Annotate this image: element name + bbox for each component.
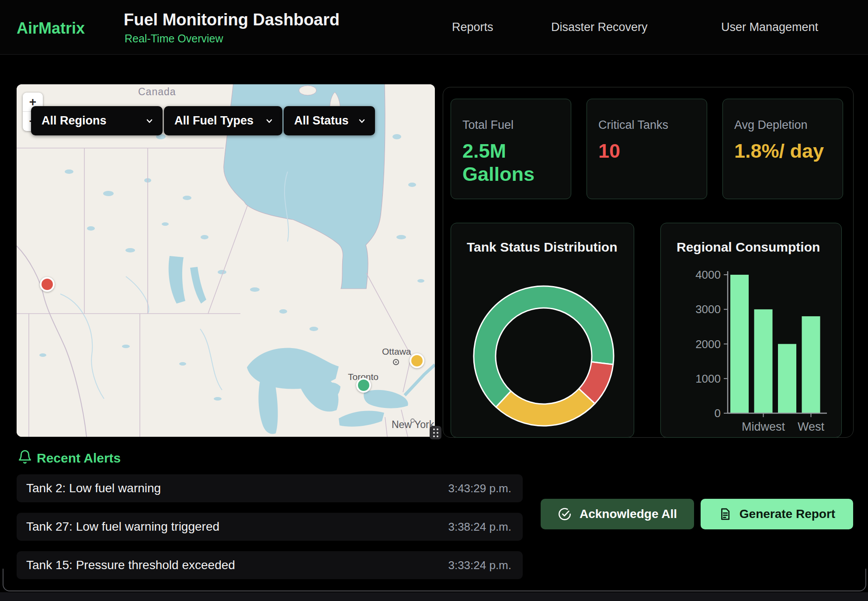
- tank-status-card: Tank Status Distribution: [451, 223, 634, 438]
- map-marker-critical[interactable]: [40, 277, 55, 292]
- map-marker-warning[interactable]: [410, 353, 424, 368]
- stat-value-total-fuel: 2.5M Gallons: [462, 140, 556, 186]
- app-header: AirMatrix Fuel Monitoring Dashboard Real…: [0, 0, 868, 55]
- map-canvas: [17, 84, 435, 437]
- regional-consumption-card: Regional Consumption 01000200030004000Mi…: [660, 223, 842, 438]
- bar-Midwest[interactable]: [754, 309, 773, 413]
- alert-time: 3:38:24 p.m.: [448, 520, 511, 534]
- stat-card-total-fuel: Total Fuel 2.5M Gallons: [451, 99, 571, 199]
- bar-chart-ytick: 3000: [695, 303, 721, 316]
- nav-user-management[interactable]: User Management: [721, 21, 818, 34]
- bar-chart-ytick: 1000: [695, 372, 721, 385]
- tank-status-donut: [451, 223, 635, 438]
- bar-West[interactable]: [802, 316, 820, 413]
- check-circle-icon: [558, 507, 572, 521]
- brand-logo: AirMatrix: [17, 19, 85, 38]
- bar-region-1[interactable]: [730, 275, 749, 413]
- nav-reports[interactable]: Reports: [452, 21, 493, 34]
- chevron-down-icon: [265, 117, 274, 125]
- bar-chart-ytick: 2000: [695, 338, 721, 351]
- alert-row: Tank 2: Low fuel warning 3:43:29 p.m.: [17, 474, 523, 502]
- status-filter-value: All Status: [294, 114, 349, 128]
- map-marker-normal[interactable]: [356, 378, 371, 393]
- window-frame-edge: [3, 569, 866, 591]
- map-resize-handle[interactable]: [430, 426, 441, 439]
- chevron-down-icon: [145, 117, 154, 125]
- chevron-down-icon: [358, 117, 366, 125]
- stat-label: Critical Tanks: [598, 118, 695, 132]
- page-title: Fuel Monitoring Dashboard: [124, 10, 340, 29]
- bar-chart-xlabel: Midwest: [742, 420, 785, 433]
- report-file-icon: [719, 508, 732, 521]
- map-panel[interactable]: Canada Ottawa Toronto New York + − All R…: [17, 84, 435, 437]
- alert-time: 3:43:29 p.m.: [448, 482, 511, 495]
- status-filter-dropdown[interactable]: All Status: [284, 106, 375, 135]
- stat-value-avg-depletion: 1.8%/ day: [734, 140, 828, 163]
- stat-label: Total Fuel: [462, 118, 559, 132]
- stat-label: Avg Depletion: [734, 118, 831, 132]
- generate-report-button[interactable]: Generate Report: [701, 499, 853, 529]
- bar-chart-ytick: 4000: [695, 268, 721, 281]
- alerts-heading: Recent Alerts: [37, 451, 121, 466]
- regional-consumption-chart: 01000200030004000MidwestWest: [661, 223, 842, 438]
- region-filter-dropdown[interactable]: All Regions: [31, 106, 163, 135]
- bell-icon: [17, 449, 32, 465]
- bar-chart-ytick: 0: [715, 407, 721, 420]
- acknowledge-all-button[interactable]: Acknowledge All: [541, 499, 694, 529]
- generate-report-label: Generate Report: [740, 507, 835, 521]
- fuel-type-filter-value: All Fuel Types: [174, 114, 253, 128]
- alert-row: Tank 27: Low fuel warning triggered 3:38…: [17, 513, 523, 541]
- bar-region-3[interactable]: [778, 344, 796, 414]
- bottom-bar: [0, 592, 868, 601]
- stat-card-avg-depletion: Avg Depletion 1.8%/ day: [722, 99, 843, 199]
- stat-value-critical-tanks: 10: [598, 140, 692, 163]
- bar-chart-xlabel: West: [798, 420, 825, 433]
- alert-message: Tank 27: Low fuel warning triggered: [26, 520, 219, 534]
- acknowledge-all-label: Acknowledge All: [580, 507, 677, 521]
- nav-disaster-recovery[interactable]: Disaster Recovery: [551, 21, 648, 34]
- metrics-panel: Total Fuel 2.5M Gallons Critical Tanks 1…: [443, 87, 854, 438]
- fuel-type-filter-dropdown[interactable]: All Fuel Types: [164, 106, 282, 135]
- region-filter-value: All Regions: [42, 114, 107, 128]
- alert-message: Tank 2: Low fuel warning: [26, 481, 161, 495]
- dashboard-root: AirMatrix Fuel Monitoring Dashboard Real…: [0, 0, 868, 601]
- page-subtitle: Real-Time Overview: [125, 32, 223, 45]
- donut-segment-warning[interactable]: [496, 389, 595, 426]
- stat-card-critical-tanks: Critical Tanks 10: [587, 99, 707, 199]
